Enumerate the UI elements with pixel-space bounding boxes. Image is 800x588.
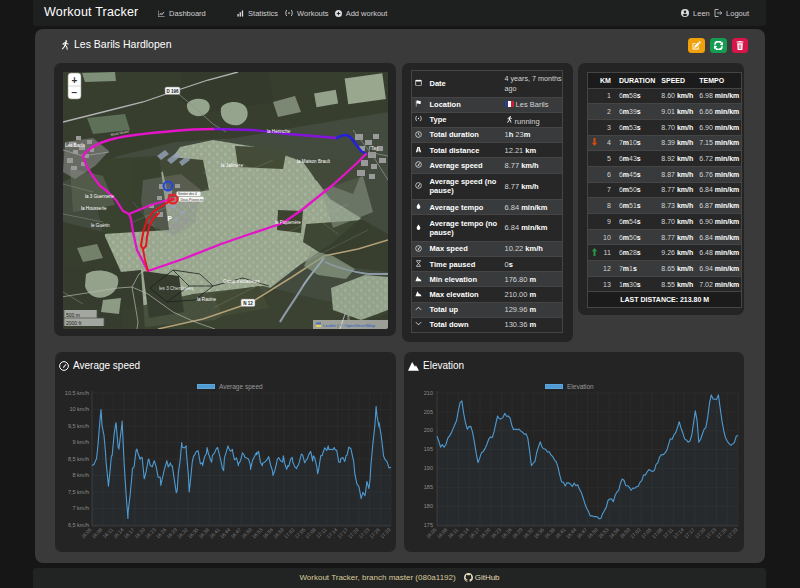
svg-text:16:44: 16:44 (218, 526, 231, 539)
svg-text:16:38: 16:38 (197, 526, 210, 539)
svg-text:17:08: 17:08 (650, 526, 663, 539)
svg-text:16:26: 16:26 (500, 526, 513, 539)
svg-text:6,5 km/h: 6,5 km/h (68, 522, 89, 528)
svg-text:16:17: 16:17 (468, 526, 481, 539)
svg-text:16:14: 16:14 (112, 526, 125, 539)
svg-text:16:56: 16:56 (607, 526, 620, 539)
svg-text:16:59: 16:59 (618, 526, 631, 539)
svg-text:9,5 km/h: 9,5 km/h (68, 423, 89, 429)
svg-text:16:23: 16:23 (144, 526, 157, 539)
svg-text:175: 175 (424, 522, 433, 528)
svg-text:17:23: 17:23 (357, 526, 370, 539)
svg-text:16:29: 16:29 (165, 526, 178, 539)
svg-text:16:20: 16:20 (133, 526, 146, 539)
svg-text:17:26: 17:26 (368, 526, 381, 539)
svg-text:205: 205 (424, 409, 433, 415)
svg-text:16:59: 16:59 (272, 526, 285, 539)
svg-text:16:53: 16:53 (597, 526, 610, 539)
svg-text:195: 195 (424, 446, 433, 452)
svg-text:17:29: 17:29 (726, 526, 739, 539)
svg-text:10 km/h: 10 km/h (69, 406, 89, 412)
svg-text:16:41: 16:41 (208, 526, 221, 539)
svg-text:16:50: 16:50 (586, 526, 599, 539)
svg-text:7 km/h: 7 km/h (72, 505, 89, 511)
svg-text:17:05: 17:05 (640, 526, 653, 539)
svg-text:17:20: 17:20 (347, 526, 360, 539)
svg-text:16:32: 16:32 (176, 526, 189, 539)
svg-text:17:11: 17:11 (315, 526, 328, 539)
svg-text:17:20: 17:20 (693, 526, 706, 539)
svg-text:16:50: 16:50 (240, 526, 253, 539)
svg-text:16:29: 16:29 (511, 526, 524, 539)
svg-text:16:56: 16:56 (261, 526, 274, 539)
svg-text:190: 190 (424, 465, 433, 471)
svg-text:16:11: 16:11 (446, 526, 459, 539)
svg-text:200: 200 (424, 427, 433, 433)
svg-text:17:14: 17:14 (325, 526, 338, 539)
svg-text:16:35: 16:35 (186, 526, 199, 539)
svg-text:16:35: 16:35 (532, 526, 545, 539)
svg-text:16:23: 16:23 (489, 526, 502, 539)
svg-text:17:26: 17:26 (715, 526, 728, 539)
svg-text:17:11: 17:11 (661, 526, 674, 539)
svg-text:16:14: 16:14 (457, 526, 470, 539)
svg-text:16:32: 16:32 (521, 526, 534, 539)
svg-text:16:53: 16:53 (251, 526, 264, 539)
svg-text:185: 185 (424, 484, 433, 490)
svg-text:16:20: 16:20 (478, 526, 491, 539)
svg-text:8,5 km/h: 8,5 km/h (68, 456, 89, 462)
svg-text:17:23: 17:23 (704, 526, 717, 539)
svg-text:17:17: 17:17 (336, 526, 349, 539)
svg-text:16:38: 16:38 (543, 526, 556, 539)
svg-text:16:26: 16:26 (154, 526, 167, 539)
svg-text:210: 210 (424, 390, 433, 396)
svg-text:7,5 km/h: 7,5 km/h (68, 489, 89, 495)
svg-text:16:41: 16:41 (554, 526, 567, 539)
svg-text:16:47: 16:47 (229, 526, 242, 539)
svg-text:8 km/h: 8 km/h (72, 472, 89, 478)
svg-text:17:29: 17:29 (379, 526, 392, 539)
svg-text:17:17: 17:17 (683, 526, 696, 539)
svg-text:17:02: 17:02 (629, 526, 642, 539)
svg-text:17:02: 17:02 (283, 526, 296, 539)
svg-text:17:05: 17:05 (293, 526, 306, 539)
svg-text:16:44: 16:44 (564, 526, 577, 539)
svg-text:16:05: 16:05 (80, 526, 93, 539)
svg-text:16:05: 16:05 (425, 526, 438, 539)
svg-text:17:14: 17:14 (672, 526, 685, 539)
svg-text:10,5 km/h: 10,5 km/h (65, 390, 89, 396)
svg-text:17:08: 17:08 (304, 526, 317, 539)
svg-text:16:08: 16:08 (435, 526, 448, 539)
svg-text:9 km/h: 9 km/h (72, 439, 89, 445)
svg-text:16:08: 16:08 (90, 526, 103, 539)
svg-text:16:47: 16:47 (575, 526, 588, 539)
svg-text:180: 180 (424, 503, 433, 509)
svg-text:16:17: 16:17 (122, 526, 135, 539)
